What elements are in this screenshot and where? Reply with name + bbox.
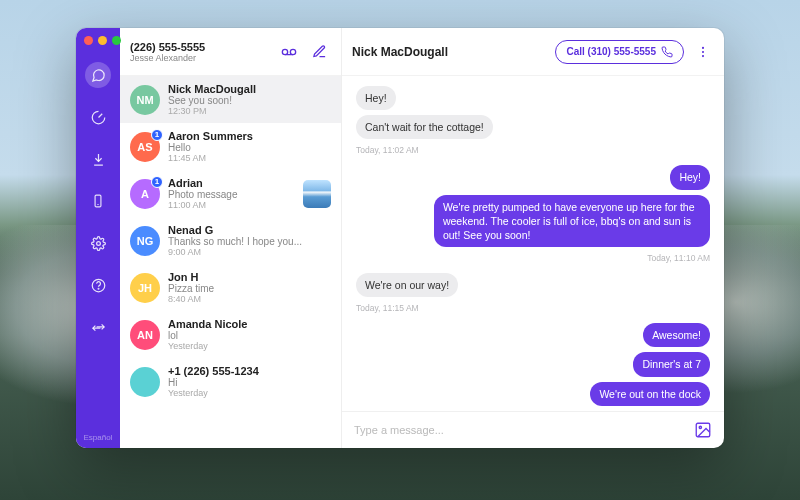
avatar: AS1 (130, 132, 160, 162)
conversation-text: +1 (226) 555-1234HiYesterday (168, 365, 331, 398)
compose-button[interactable] (307, 40, 331, 64)
account-block[interactable]: (226) 555-5555 Jesse Alexander (130, 41, 271, 63)
conversation-preview: Photo message (168, 189, 295, 200)
incoming-message[interactable]: Hey! (356, 86, 396, 110)
conversation-text: Amanda NicolelolYesterday (168, 318, 331, 351)
conversation-item[interactable]: AS1Aaron SummersHello11:45 AM (120, 123, 341, 170)
message-timestamp: Today, 11:02 AM (356, 145, 419, 155)
svg-point-7 (702, 50, 704, 52)
conversation-text: AdrianPhoto message11:00 AM (168, 177, 295, 210)
message-timestamp: Today, 11:15 AM (356, 303, 419, 313)
conversation-name: Nenad G (168, 224, 331, 236)
conversation-time: 8:40 AM (168, 294, 331, 304)
nav-settings[interactable] (85, 230, 111, 256)
attach-image-button[interactable] (694, 421, 712, 439)
conversation-item[interactable]: JHJon HPizza time8:40 AM (120, 264, 341, 311)
phone-icon (661, 46, 673, 58)
photo-thumbnail (303, 180, 331, 208)
call-button[interactable]: Call (310) 555-5555 (555, 40, 684, 64)
conversation-name: Jon H (168, 271, 331, 283)
avatar: A1 (130, 179, 160, 209)
nav-dashboard[interactable] (85, 104, 111, 130)
maximize-dot[interactable] (112, 36, 121, 45)
svg-point-3 (98, 288, 99, 289)
nav-help[interactable] (85, 272, 111, 298)
outgoing-message[interactable]: Hey! (670, 165, 710, 189)
conversation-preview: See you soon! (168, 95, 331, 106)
chat-column: Nick MacDougall Call (310) 555-5555 Hey!… (342, 28, 724, 448)
account-phone: (226) 555-5555 (130, 41, 271, 53)
conversation-time: 12:30 PM (168, 106, 331, 116)
svg-point-8 (702, 55, 704, 57)
nav-messages[interactable] (85, 62, 111, 88)
composer (342, 411, 724, 448)
chat-contact-name: Nick MacDougall (352, 45, 547, 59)
image-icon (694, 421, 712, 439)
app-window: Español (226) 555-5555 Jesse Alexander N… (76, 28, 724, 448)
incoming-message[interactable]: We're on our way! (356, 273, 458, 297)
download-icon (91, 152, 106, 167)
unread-badge: 1 (151, 129, 163, 141)
conversation-item[interactable]: NMNick MacDougallSee you soon!12:30 PM (120, 76, 341, 123)
close-dot[interactable] (84, 36, 93, 45)
nav-device[interactable] (85, 188, 111, 214)
chat-body[interactable]: Hey!Can't wait for the cottage!Today, 11… (342, 76, 724, 411)
device-icon (91, 194, 105, 208)
nav-transfer[interactable] (85, 314, 111, 340)
voicemail-button[interactable] (277, 40, 301, 64)
unread-badge: 1 (151, 176, 163, 188)
svg-point-10 (699, 426, 701, 428)
avatar: NM (130, 85, 160, 115)
conversation-item[interactable]: A1AdrianPhoto message11:00 AM (120, 170, 341, 217)
conversation-list[interactable]: NMNick MacDougallSee you soon!12:30 PMAS… (120, 76, 341, 448)
conversation-name: Nick MacDougall (168, 83, 331, 95)
conversation-item[interactable]: ANAmanda NicolelolYesterday (120, 311, 341, 358)
window-traffic-lights[interactable] (84, 36, 121, 45)
conversation-text: Aaron SummersHello11:45 AM (168, 130, 331, 163)
conversation-time: 11:00 AM (168, 200, 295, 210)
conversation-name: Adrian (168, 177, 295, 189)
conversation-header: (226) 555-5555 Jesse Alexander (120, 28, 341, 76)
outgoing-message[interactable]: Awesome! (643, 323, 710, 347)
conversation-text: Jon HPizza time8:40 AM (168, 271, 331, 304)
voicemail-icon (281, 44, 297, 60)
conversation-preview: Thanks so much! I hope you... (168, 236, 331, 247)
avatar: JH (130, 273, 160, 303)
outgoing-message[interactable]: Dinner's at 7 (633, 352, 710, 376)
nav-download[interactable] (85, 146, 111, 172)
message-input[interactable] (354, 424, 684, 436)
conversation-name: Aaron Summers (168, 130, 331, 142)
conversation-preview: Pizza time (168, 283, 331, 294)
conversation-time: 9:00 AM (168, 247, 331, 257)
conversation-item[interactable]: NGNenad GThanks so much! I hope you...9:… (120, 217, 341, 264)
transfer-icon (91, 320, 106, 335)
language-label[interactable]: Español (84, 433, 113, 442)
settings-icon (91, 236, 106, 251)
avatar: AN (130, 320, 160, 350)
conversation-preview: lol (168, 330, 331, 341)
svg-point-5 (290, 49, 295, 54)
conversation-preview: Hi (168, 377, 331, 388)
avatar (130, 367, 160, 397)
outgoing-message[interactable]: We're pretty pumped to have everyone up … (434, 195, 710, 248)
minimize-dot[interactable] (98, 36, 107, 45)
conversation-text: Nenad GThanks so much! I hope you...9:00… (168, 224, 331, 257)
svg-point-4 (282, 49, 287, 54)
compose-icon (312, 44, 327, 59)
call-button-label: Call (310) 555-5555 (566, 46, 656, 57)
dashboard-icon (91, 110, 106, 125)
conversation-item[interactable]: +1 (226) 555-1234HiYesterday (120, 358, 341, 405)
svg-point-6 (702, 46, 704, 48)
nav-rail: Español (76, 28, 120, 448)
outgoing-message[interactable]: We're out on the dock (590, 382, 710, 406)
conversation-name: +1 (226) 555-1234 (168, 365, 331, 377)
conversation-name: Amanda Nicole (168, 318, 331, 330)
conversation-time: Yesterday (168, 388, 331, 398)
chat-header: Nick MacDougall Call (310) 555-5555 (342, 28, 724, 76)
avatar: NG (130, 226, 160, 256)
chat-menu-button[interactable] (692, 41, 714, 63)
incoming-message[interactable]: Can't wait for the cottage! (356, 115, 493, 139)
help-icon (91, 278, 106, 293)
conversation-time: Yesterday (168, 341, 331, 351)
conversation-time: 11:45 AM (168, 153, 331, 163)
